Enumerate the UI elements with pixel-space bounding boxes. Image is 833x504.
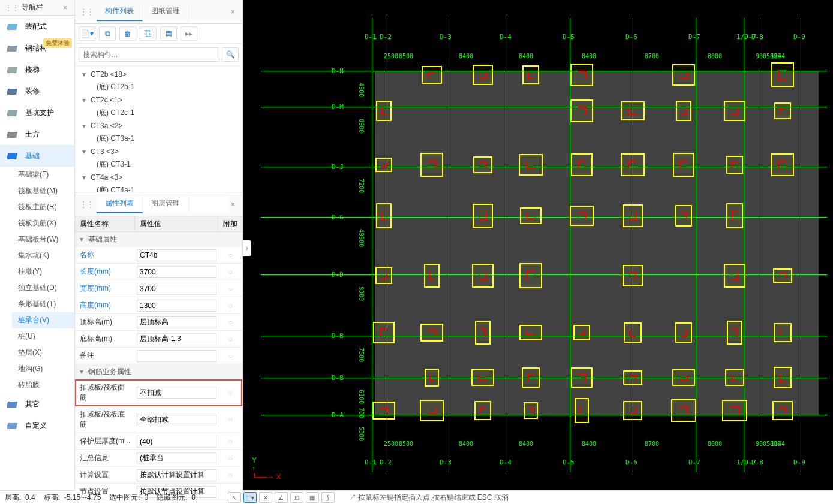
footing[interactable]	[624, 322, 642, 343]
nav-item-4[interactable]: 基坑支护	[0, 102, 74, 123]
footing[interactable]	[672, 64, 695, 86]
footing[interactable]	[726, 156, 744, 174]
prop-value[interactable]	[135, 331, 218, 347]
footing[interactable]	[376, 203, 392, 228]
tree-item[interactable]: ▾CT3a <2>	[75, 120, 242, 132]
tree-item[interactable]: (底) CT2c-1	[75, 106, 242, 120]
footing[interactable]	[425, 369, 439, 387]
footing[interactable]	[519, 263, 542, 288]
prop-extra[interactable]: ○	[218, 454, 242, 463]
sub-item-4[interactable]: 基础板带(W)	[12, 231, 74, 248]
footing[interactable]	[771, 62, 795, 87]
copy-button[interactable]: ⧉	[99, 26, 116, 41]
footing[interactable]	[473, 156, 492, 173]
prop-input[interactable]	[137, 469, 216, 481]
expand-panel-button[interactable]: ›	[243, 240, 251, 256]
cursor-tool[interactable]: ↖	[228, 492, 241, 503]
prop-input[interactable]	[137, 266, 216, 278]
prop-extra[interactable]: ○	[218, 471, 242, 479]
sub-item-5[interactable]: 集水坑(K)	[12, 248, 74, 264]
chevron-down-icon[interactable]: ▾	[82, 96, 88, 104]
footing[interactable]	[420, 324, 443, 342]
prop-input[interactable]	[137, 283, 216, 295]
footing[interactable]	[773, 268, 792, 283]
layers-button[interactable]: ▤	[160, 26, 177, 41]
sub-item-12[interactable]: 地沟(G)	[12, 361, 74, 377]
footing[interactable]	[726, 203, 743, 228]
nav-item-1[interactable]: 钢结构免费体验	[0, 37, 74, 59]
prop-extra[interactable]: ○	[218, 285, 242, 293]
footing[interactable]	[373, 322, 395, 344]
nav-item-0[interactable]: 装配式	[0, 16, 74, 37]
footing[interactable]	[575, 398, 589, 422]
chevron-down-icon[interactable]: ▾	[82, 147, 88, 156]
sub-item-6[interactable]: 柱墩(Y)	[12, 264, 74, 280]
tree-item[interactable]: ▾CT2b <18>	[75, 68, 242, 80]
prop-input[interactable]	[137, 350, 216, 362]
nav-item-5[interactable]: 土方	[0, 123, 74, 145]
select-tool[interactable]: ⬚▾	[243, 492, 257, 503]
footing[interactable]	[519, 325, 542, 340]
footing[interactable]	[570, 99, 593, 122]
footing[interactable]	[621, 153, 645, 177]
footing[interactable]	[774, 367, 792, 389]
prop-value[interactable]	[135, 467, 218, 483]
footing[interactable]	[571, 153, 592, 177]
chevron-down-icon[interactable]: ▾	[82, 122, 88, 130]
footing[interactable]	[422, 66, 441, 83]
footing[interactable]	[675, 205, 692, 227]
footing[interactable]	[520, 207, 542, 224]
prop-value[interactable]	[135, 451, 218, 466]
prop-value[interactable]	[135, 434, 218, 449]
footing[interactable]	[473, 204, 492, 228]
nav-item-2[interactable]: 楼梯	[0, 59, 74, 80]
search-input[interactable]	[79, 47, 219, 62]
prop-extra[interactable]: ○	[218, 437, 242, 446]
footing[interactable]	[623, 204, 642, 228]
footing[interactable]	[420, 400, 443, 421]
sub-item-9[interactable]: 桩承台(V)	[12, 312, 74, 328]
footing[interactable]	[724, 101, 745, 120]
chevron-down-icon[interactable]: ▾	[82, 173, 88, 182]
tree-item[interactable]: (底) CT3-1	[75, 158, 242, 171]
tab-layer-manage[interactable]: 图层管理	[143, 195, 189, 213]
prop-value[interactable]	[135, 412, 218, 427]
prop-value[interactable]	[135, 248, 218, 263]
nav-item-6[interactable]: 基础	[0, 145, 74, 167]
tree-item[interactable]: ▾CT2c <1>	[75, 94, 242, 106]
grid-tool[interactable]: ▦	[306, 492, 319, 503]
prop-extra[interactable]: ○	[218, 318, 242, 327]
sub-item-7[interactable]: 独立基础(D)	[12, 280, 74, 296]
footing[interactable]	[772, 401, 793, 420]
footing[interactable]	[570, 206, 594, 226]
footing[interactable]	[519, 154, 542, 176]
prop-value[interactable]	[135, 298, 218, 313]
prop-value[interactable]	[135, 264, 218, 280]
prop-value[interactable]	[135, 315, 218, 330]
tab-drawing-manage[interactable]: 图纸管理	[143, 2, 189, 21]
tree-item[interactable]: (底) CT3a-1	[75, 132, 242, 146]
footing[interactable]	[522, 65, 539, 84]
footing[interactable]	[774, 102, 790, 119]
prop-value[interactable]	[135, 385, 218, 400]
footing[interactable]	[424, 264, 440, 288]
sub-item-2[interactable]: 筏板主筋(R)	[12, 199, 74, 215]
prop-input[interactable]	[137, 436, 216, 448]
footing[interactable]	[472, 264, 494, 288]
close-icon[interactable]: ×	[228, 8, 237, 16]
footing[interactable]	[474, 401, 491, 420]
footing[interactable]	[471, 369, 494, 386]
drag-handle-icon[interactable]: ⋮⋮	[80, 200, 94, 209]
footing[interactable]	[375, 158, 393, 172]
footing[interactable]	[524, 402, 539, 419]
footing[interactable]	[522, 367, 540, 388]
prop-input[interactable]	[137, 300, 216, 312]
footing[interactable]	[722, 400, 747, 422]
sub-item-1[interactable]: 筏板基础(M)	[12, 183, 74, 199]
arc-tool[interactable]: ⟆	[321, 492, 335, 503]
tab-component-list[interactable]: 构件列表	[97, 2, 143, 21]
sub-item-11[interactable]: 垫层(X)	[12, 345, 74, 361]
drag-handle-icon[interactable]: ⋮⋮	[80, 8, 94, 16]
sub-item-10[interactable]: 桩(U)	[12, 328, 74, 345]
nav-item-7[interactable]: 其它	[0, 393, 74, 415]
